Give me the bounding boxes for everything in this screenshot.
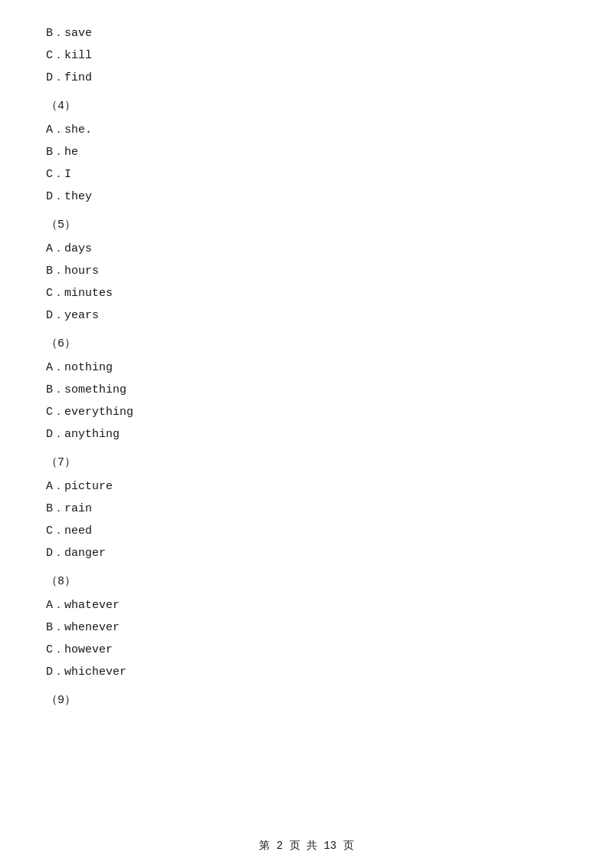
option-c-minutes: C．minutes [46, 283, 567, 304]
option-b-whenever: B．whenever [46, 617, 567, 638]
option-d-whichever: D．whichever [46, 662, 567, 682]
option-b-rain: B．rain [46, 498, 567, 519]
option-b-save: B．save [46, 23, 567, 44]
option-d-they: D．they [46, 186, 567, 207]
option-d-years: D．years [46, 305, 567, 326]
option-a-nothing: A．nothing [46, 357, 567, 378]
question-5-label: （5） [46, 215, 567, 235]
option-a-she: A．she. [46, 120, 567, 140]
option-d-danger: D．danger [46, 543, 567, 564]
option-a-whatever: A．whatever [46, 595, 567, 616]
option-c-i: C．I [46, 164, 567, 185]
question-8-label: （8） [46, 571, 567, 592]
option-d-find: D．find [46, 67, 567, 88]
option-a-days: A．days [46, 238, 567, 259]
option-a-picture: A．picture [46, 476, 567, 497]
page-content: B．save C．kill D．find （4） A．she. B．he C．I… [0, 0, 613, 760]
question-9-label: （9） [46, 690, 567, 711]
option-b-something: B．something [46, 380, 567, 400]
option-d-anything: D．anything [46, 424, 567, 445]
question-7-label: （7） [46, 452, 567, 473]
question-4-label: （4） [46, 96, 567, 117]
footer-text: 第 2 页 共 13 页 [259, 840, 353, 852]
option-c-however: C．however [46, 639, 567, 660]
page-footer: 第 2 页 共 13 页 [0, 839, 613, 853]
question-6-label: （6） [46, 334, 567, 354]
option-b-hours: B．hours [46, 261, 567, 281]
option-c-everything: C．everything [46, 402, 567, 422]
option-c-need: C．need [46, 521, 567, 541]
option-b-he: B．he [46, 142, 567, 163]
option-c-kill: C．kill [46, 45, 567, 66]
